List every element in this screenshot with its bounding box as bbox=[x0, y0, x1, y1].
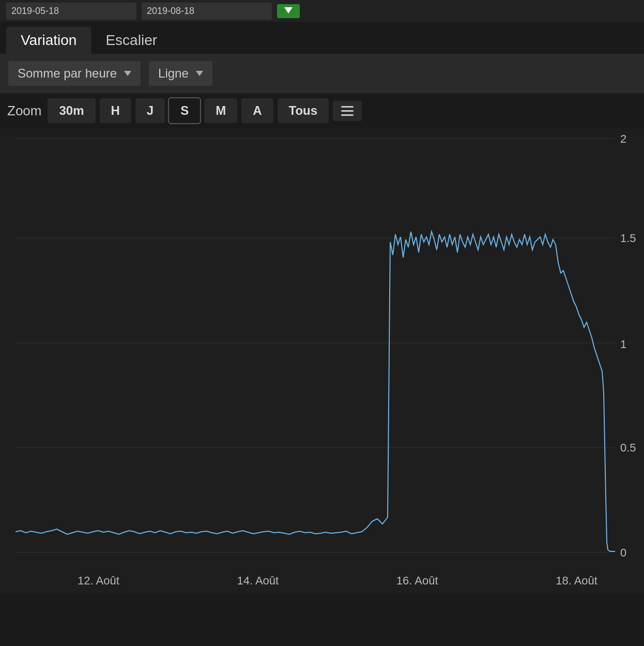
chart-type-arrow-icon bbox=[196, 71, 203, 76]
svg-text:0.5: 0.5 bbox=[620, 441, 636, 454]
zoom-btn-S[interactable]: S bbox=[169, 98, 200, 123]
date-from-input[interactable] bbox=[6, 3, 136, 20]
chart-area: 2 1.5 1 0.5 0 bbox=[0, 133, 644, 558]
zoom-row: Zoom 30m H J S M A Tous bbox=[0, 93, 644, 128]
x-label-18aout: 18. Août bbox=[556, 574, 597, 588]
menu-icon-line3 bbox=[341, 114, 354, 116]
date-to-input[interactable] bbox=[142, 3, 272, 20]
svg-text:1: 1 bbox=[620, 338, 626, 351]
chart-container: 2 1.5 1 0.5 0 12. Août 14. Août 16. Août… bbox=[0, 128, 644, 594]
chart-svg: 2 1.5 1 0.5 0 bbox=[0, 133, 644, 558]
zoom-btn-30m[interactable]: 30m bbox=[48, 98, 95, 123]
tab-escalier[interactable]: Escalier bbox=[91, 27, 172, 54]
chart-type-dropdown[interactable]: Ligne bbox=[149, 61, 212, 86]
menu-icon-line2 bbox=[341, 110, 354, 112]
zoom-btn-J[interactable]: J bbox=[135, 98, 165, 123]
zoom-btn-M[interactable]: M bbox=[204, 98, 237, 123]
chart-type-label: Ligne bbox=[158, 66, 189, 81]
svg-text:0: 0 bbox=[620, 546, 626, 558]
zoom-label: Zoom bbox=[7, 103, 41, 119]
controls-row: Somme par heure Ligne bbox=[0, 54, 644, 93]
aggregation-label: Somme par heure bbox=[18, 66, 117, 81]
x-label-16aout: 16. Août bbox=[396, 574, 438, 588]
confirm-icon bbox=[284, 7, 293, 13]
tabs-row: Variation Escalier bbox=[0, 22, 644, 54]
menu-button[interactable] bbox=[333, 101, 362, 121]
top-bar bbox=[0, 0, 644, 22]
svg-text:2: 2 bbox=[620, 133, 626, 145]
svg-text:1.5: 1.5 bbox=[620, 232, 636, 245]
confirm-button[interactable] bbox=[277, 4, 300, 18]
zoom-btn-H[interactable]: H bbox=[100, 98, 131, 123]
zoom-btn-Tous[interactable]: Tous bbox=[278, 98, 329, 123]
zoom-btn-A[interactable]: A bbox=[241, 98, 273, 123]
tab-variation[interactable]: Variation bbox=[6, 27, 91, 54]
aggregation-dropdown[interactable]: Somme par heure bbox=[8, 61, 141, 86]
aggregation-arrow-icon bbox=[124, 71, 131, 76]
menu-icon-line1 bbox=[341, 106, 354, 108]
x-label-14aout: 14. Août bbox=[237, 574, 279, 588]
x-label-12aout: 12. Août bbox=[78, 574, 119, 588]
